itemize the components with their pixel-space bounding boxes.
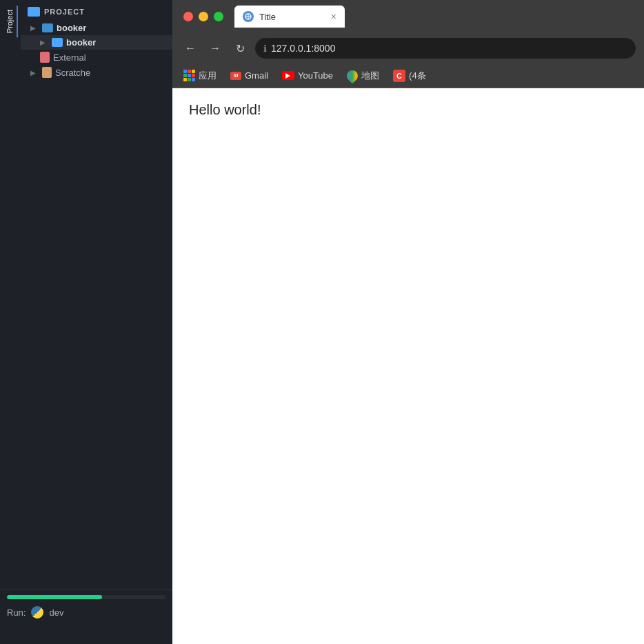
bookmark-maps[interactable]: 地图 (341, 68, 385, 84)
dev-label: dev (49, 607, 63, 618)
hello-text: Hello world! (189, 102, 627, 118)
bottom-bar: Run: dev (21, 589, 172, 644)
folder-icon (42, 23, 53, 32)
tree-label-booker: booker (66, 37, 96, 48)
maximize-button[interactable] (214, 12, 223, 21)
bookmark-apps[interactable]: 应用 (178, 68, 222, 84)
info-icon: ℹ (263, 43, 267, 54)
bookmark-c[interactable]: C (4条 (388, 68, 432, 84)
address-text: 127.0.0.1:8000 (271, 43, 335, 54)
browser-tab[interactable]: Title × (234, 6, 345, 28)
panel-header: Project (21, 0, 172, 21)
bookmark-gmail[interactable]: M Gmail (225, 68, 274, 83)
run-bar: Run: dev (21, 602, 172, 623)
activity-bar: Project (0, 0, 21, 644)
book-icon (40, 52, 50, 63)
tree-item-external[interactable]: External (21, 50, 172, 65)
tree-label-booker-root: booker (57, 23, 86, 33)
tree-item-booker[interactable]: ▶ booker (21, 35, 172, 50)
bookmark-maps-label: 地图 (361, 70, 379, 82)
address-input-wrap[interactable]: ℹ 127.0.0.1:8000 (255, 38, 636, 59)
scratch-icon (42, 67, 52, 78)
tab-area: Title × (234, 6, 633, 28)
bookmark-gmail-label: Gmail (245, 70, 268, 81)
address-bar: ← → ↻ ℹ 127.0.0.1:8000 (172, 33, 644, 63)
reload-button[interactable]: ↻ (230, 39, 250, 58)
bookmark-apps-label: 应用 (199, 70, 217, 82)
tab-close-button[interactable]: × (331, 12, 336, 21)
progress-fill (21, 595, 102, 599)
activity-bar-project[interactable]: Project (3, 6, 18, 37)
tab-title: Title (259, 12, 276, 22)
progress-container (21, 595, 165, 599)
bookmark-c-label: (4条 (409, 70, 426, 82)
tree-item-scratches[interactable]: ▶ Scratche (21, 65, 172, 80)
bookmarks-bar: 应用 M Gmail YouTube 地图 C (4条 (172, 63, 644, 88)
title-bar: Title × (172, 0, 644, 33)
maps-icon (345, 68, 361, 83)
python-icon (31, 606, 43, 618)
c-icon: C (393, 70, 405, 82)
close-button[interactable] (183, 12, 193, 21)
chevron-icon: ▶ (30, 69, 39, 77)
tree-label-scratches: Scratche (55, 68, 90, 78)
folder-icon (52, 38, 63, 47)
chevron-icon: ▶ (40, 39, 48, 46)
tree-label-external: External (53, 52, 86, 63)
tree-item-booker-root[interactable]: ▶ booker (21, 21, 172, 35)
chevron-icon: ▶ (30, 24, 39, 32)
bookmark-youtube[interactable]: YouTube (276, 68, 339, 83)
panel-title: Project (44, 8, 85, 16)
ide-panel: Project Project ▶ booker ▶ booker Extern… (0, 0, 172, 644)
side-panel: Project ▶ booker ▶ booker External ▶ Scr… (21, 0, 172, 644)
browser-panel: Title × ← → ↻ ℹ 127.0.0.1:8000 (172, 0, 644, 644)
browser-content: Hello world! (172, 88, 644, 644)
tab-favicon (243, 11, 254, 22)
minimize-button[interactable] (199, 12, 208, 21)
folder-icon (28, 7, 40, 17)
traffic-lights (183, 12, 223, 21)
run-label: Run: (21, 607, 26, 618)
youtube-icon (282, 71, 294, 80)
gmail-icon: M (230, 72, 241, 80)
bookmark-youtube-label: YouTube (298, 70, 333, 81)
forward-button[interactable]: → (205, 39, 225, 58)
apps-icon (183, 70, 195, 81)
back-button[interactable]: ← (181, 39, 200, 58)
